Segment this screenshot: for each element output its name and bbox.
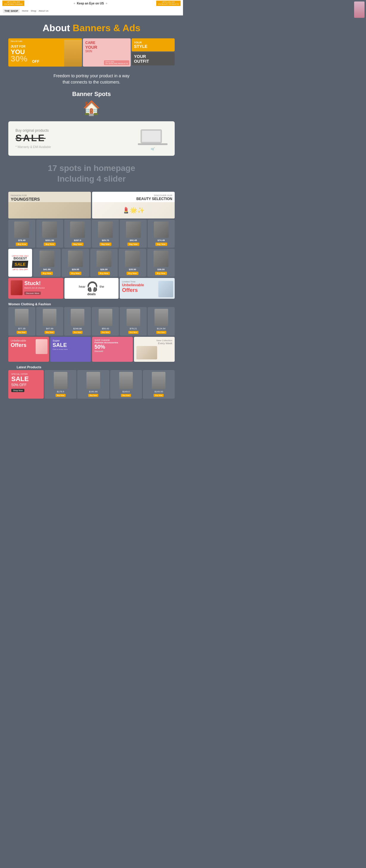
banner-grid-top: New Arrivals JUST FOR YOU 30% OFF CARE Y… [0,38,183,67]
product-card-b4[interactable]: $35.90 Buy Now [119,249,146,277]
product-card-3[interactable]: $287.0 Buy Now [64,220,91,248]
product-card-6[interactable]: $74.49 Buy Now [148,220,175,248]
top-bar: UPTO 20% OFF ON WOMEN FASHION Keep an Ey… [0,0,183,6]
sale-final-label: SALE [11,375,41,383]
shop-now-btn[interactable]: Shop Now [11,389,24,392]
promo-right-text: UPTO 20% OFF ON BEAUTY PRODUCTS [158,1,179,5]
top-bar-center: Keep an Eye on US [74,2,107,5]
bottom-prod-row: SPECIAL OFFER SALE 50% OFF Shop Now $179… [8,370,175,399]
women-buy-3[interactable]: Buy Now [72,331,82,334]
nav-logo-text: THE SHOP [4,9,18,12]
women-card-6[interactable]: $124.54 Buy Now [148,307,175,336]
nav-home[interactable]: Home [22,9,28,12]
percent-label: 30% [11,54,27,64]
nav-about[interactable]: About Us [39,9,48,12]
promo-left-text: UPTO 20% OFF ON WOMEN FASHION [4,1,23,5]
bottom-card-4[interactable]: $149.00 Buy Now [143,370,175,399]
women-card-4[interactable]: $59.43 Buy Now [92,307,119,336]
bottom-spacer [0,400,183,412]
bottom-buy-1[interactable]: Buy Now [56,394,66,397]
women-buy-2[interactable]: Buy Now [44,331,55,334]
banner-your-style[interactable]: YOUR STYLE [132,38,175,52]
spots-info: 17 spots in homepage Including 4 slider [0,156,183,192]
every-week-label: Every Week [136,342,172,345]
women-buy-6[interactable]: Buy Now [156,331,166,334]
product-price-b1: $41.99 [43,268,51,271]
product-card-5[interactable]: $92.45 Buy Now [120,220,147,248]
svg-rect-2 [138,143,168,145]
bottom-promo-row: Unbelievable Offers Super SALE Click to … [0,337,183,362]
subtext-line1: Freedom to portray your product in a way [54,73,130,78]
buy-now-btn-1[interactable]: Buy Now [16,243,28,246]
bottom-buy-2[interactable]: Buy Now [88,394,98,397]
women-card-5[interactable]: $78.21 Buy Now [120,307,147,336]
product-card-b1[interactable]: $41.99 Buy Now [33,249,61,277]
product-price-b2: $29.95 [72,268,79,271]
nav-shop[interactable]: Shop [31,9,36,12]
subtext-line2: that connects to the customers. [63,80,121,85]
banner-right-col: YOUR STYLE YOUR OUTFIT [132,38,175,67]
women-price-2: $47.99 [46,327,53,330]
banner-beauty[interactable]: DISCOVER OUR BEAUTY SELECTION 💄🌟✨ [92,192,175,218]
buy-now-btn-b3[interactable]: Buy Now [98,272,110,275]
sale-banner[interactable]: Buy original products SALE * Warranty & … [8,121,175,156]
women-card-1[interactable]: $77.35 Buy Now [8,307,35,336]
buy-now-btn-b1[interactable]: Buy Now [41,272,53,275]
discover-more-btn[interactable]: Discover More [24,291,41,295]
page-title: About Banners & Ads [6,23,177,34]
house-icon: 🏠 [2,100,180,117]
banner-youngsters[interactable]: FASHION FOR YOUNGSTERS [8,192,91,218]
banner-skin-care[interactable]: CARE YOUR SKIN UPTO 20% ON SKINCARE PROD… [83,38,131,67]
promo-stuck[interactable]: Stuck! there's lot of choice Discover Mo… [8,278,63,299]
bottom-buy-3[interactable]: Buy Now [121,394,131,397]
product-price-b4: $35.90 [129,268,136,271]
women-buy-1[interactable]: Buy Now [16,331,27,334]
bp-new-collection[interactable]: New Collection Every Week [134,337,175,362]
buy-now-btn-b5[interactable]: Buy Now [155,272,167,275]
svg-text:🛒: 🛒 [151,147,155,150]
sale-special-banner[interactable]: SPECIAL OFFER SALE 50% OFF Shop Now [8,370,44,399]
buy-now-btn-3[interactable]: Buy Now [72,243,84,246]
buy-now-btn-6[interactable]: Buy Now [155,243,167,246]
product-card-1[interactable]: $78.49 Buy Now [8,220,35,248]
buy-now-btn-b4[interactable]: Buy Now [127,272,138,275]
women-card-3[interactable]: $248.86 Buy Now [64,307,91,336]
promo-deals[interactable]: hear 🎧 the deals [64,278,118,299]
product-card-b2[interactable]: $29.95 Buy Now [62,249,89,277]
banner-biggest-sale[interactable]: LIMITED TIME ONLY BIGGEST SALE UPTO 70% … [8,249,32,277]
buy-now-btn-2[interactable]: Buy Now [44,243,56,246]
bottom-card-3[interactable]: $149.0 Buy Now [110,370,142,399]
women-card-2[interactable]: $47.99 Buy Now [36,307,63,336]
bottom-price-4: $149.00 [155,390,163,393]
bp-unbelievable[interactable]: Unbelievable Offers [8,337,49,362]
banner-new-arrivals[interactable]: New Arrivals JUST FOR YOU 30% OFF [8,38,82,67]
bottom-card-2[interactable]: $160.88 Buy Now [77,370,109,399]
women-buy-4[interactable]: Buy Now [100,331,110,334]
bp-super-sale[interactable]: Super SALE Click to know more [50,337,91,362]
bottom-card-1[interactable]: $179.5 Buy Now [44,370,76,399]
product-card-4[interactable]: $29.70 Buy Now [92,220,119,248]
product-image-5 [126,221,141,238]
bottom-image-1 [54,372,67,389]
bottom-buy-4[interactable]: Buy Now [154,394,164,397]
buy-now-btn-5[interactable]: Buy Now [128,243,139,246]
buy-now-btn-4[interactable]: Buy Now [100,243,111,246]
super-label: Super [53,339,89,342]
bottom-section-label: Latest Products [8,363,175,370]
two-col-banners: FASHION FOR YOUNGSTERS DISCOVER OUR BEAU… [0,192,183,218]
banner-your-outfit[interactable]: YOUR OUTFIT [132,52,175,65]
women-product-row: $77.35 Buy Now $47.99 Buy Now $248.86 Bu… [8,307,175,336]
bp-fashion[interactable]: SHOP CHANGE Fashion Accessories 50% Disc… [92,337,133,362]
percent2-label: 50% [95,344,130,350]
product-card-2[interactable]: $201.99 Buy Now [36,220,63,248]
product-card-b5[interactable]: $38.00 Buy Now [147,249,175,277]
promo-limited[interactable]: Limited Time Unbelievable Offers [120,278,175,299]
model-image [64,40,82,67]
product-image-2 [42,221,57,238]
women-image-4 [99,309,112,326]
spots-line1: 17 spots in homepage [6,163,177,174]
women-buy-5[interactable]: Buy Now [128,331,138,334]
product-card-b3[interactable]: $26.00 Buy Now [90,249,118,277]
subtext: Freedom to portray your product in a way… [0,67,183,88]
buy-now-btn-b2[interactable]: Buy Now [69,272,81,275]
